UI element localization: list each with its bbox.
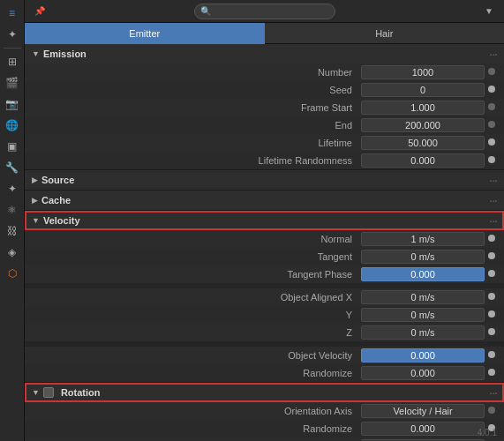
toolbar-icon-world[interactable]: 🌐 [3, 116, 22, 135]
section-dots-emission: ··· [489, 47, 497, 61]
toolbar-icon-material[interactable]: ⬡ [3, 264, 22, 283]
toolbar-icon-physics[interactable]: ⚛ [3, 200, 22, 220]
toolbar-icon-menu[interactable]: ≡ [3, 4, 22, 23]
prop-row-rotrandom: Randomize 0.000 [25, 420, 504, 437]
section-header-velocity[interactable]: ▼ Velocity ··· [25, 211, 504, 230]
section-emission: ▼ Emission ··· Number 1000 Seed 0 Frame … [25, 44, 504, 170]
prop-dot-objx [488, 293, 497, 302]
search-bar[interactable]: 🔍 [194, 4, 335, 19]
toolbar-icon-scene[interactable]: 📷 [3, 94, 22, 114]
prop-row-objx: Object Aligned X 0 m/s [25, 288, 504, 306]
section-rotation: ▼ Rotation ··· Orientation Axis Velocity… [25, 383, 504, 441]
section-title-velocity: Velocity [43, 215, 80, 226]
prop-dot-velrandom [488, 369, 497, 377]
prop-row-normal: Normal 1 m/s [25, 230, 504, 248]
prop-label-orientaxis: Orientation Axis [25, 406, 361, 416]
prop-dot-tangentphase [488, 270, 497, 279]
prop-dot-lifetime [488, 138, 497, 147]
top-bar: 📌 🔍 ▼ [25, 0, 504, 23]
prop-value-seed[interactable]: 0 [361, 83, 485, 97]
section-dots-rotation: ··· [489, 385, 497, 400]
prop-dot-objz [488, 328, 497, 337]
prop-label-end: End [25, 120, 361, 131]
pin-icon[interactable]: 📌 [30, 2, 49, 21]
prop-label-tangent: Tangent [25, 251, 361, 262]
section-header-rotation[interactable]: ▼ Rotation ··· [25, 383, 504, 402]
toolbar-icon-constraints[interactable]: ⛓ [3, 221, 22, 241]
section-title-emission: Emission [43, 49, 87, 59]
chevron-rotation: ▼ [32, 388, 40, 397]
prop-value-framestart[interactable]: 1.000 [361, 101, 485, 115]
prop-row-lifetime: Lifetime 50.000 [25, 134, 504, 152]
prop-row-objvel: Object Velocity 0.000 [25, 347, 504, 364]
prop-label-velrandom: Randomize [25, 368, 361, 378]
prop-label-objz: Z [25, 327, 361, 338]
prop-label-lifetimerandom: Lifetime Randomness [25, 155, 361, 166]
prop-row-number: Number 1000 [25, 64, 504, 81]
prop-value-objvel[interactable]: 0.000 [361, 348, 485, 363]
section-source: ▶ Source ··· [25, 170, 504, 191]
section-cache: ▶ Cache ··· [25, 191, 504, 211]
toolbar-icon-view[interactable]: ⊞ [3, 52, 22, 71]
toolbar-icon-render[interactable]: 🎬 [3, 73, 22, 93]
prop-label-tangentphase: Tangent Phase [25, 269, 361, 280]
tab-hair[interactable]: Hair [265, 23, 505, 44]
section-header-source[interactable]: ▶ Source ··· [25, 170, 504, 190]
search-input[interactable] [214, 6, 329, 16]
chevron-velocity: ▼ [32, 216, 40, 225]
prop-dot-orientaxis [488, 407, 497, 415]
prop-value-objx[interactable]: 0 m/s [361, 290, 485, 304]
prop-row-tangent: Tangent 0 m/s [25, 248, 504, 265]
prop-value-lifetimerandom[interactable]: 0.000 [361, 153, 485, 168]
prop-value-tangentphase[interactable]: 0.000 [361, 267, 485, 281]
prop-value-end[interactable]: 200.000 [361, 118, 485, 132]
chevron-cache: ▶ [32, 196, 38, 205]
prop-value-lifetime[interactable]: 50.000 [361, 136, 485, 150]
left-toolbar: ≡ ✦ ⊞ 🎬 📷 🌐 ▣ 🔧 ✦ ⚛ ⛓ ◈ ⬡ [0, 0, 25, 441]
toolbar-icon-object[interactable]: ▣ [3, 137, 22, 156]
prop-row-tangentphase: Tangent Phase 0.000 [25, 265, 504, 283]
section-header-cache[interactable]: ▶ Cache ··· [25, 191, 504, 210]
search-icon: 🔍 [200, 6, 211, 16]
prop-value-normal[interactable]: 1 m/s [361, 232, 485, 246]
version-label: 4.0.1 [478, 428, 497, 437]
prop-row-end: End 200.000 [25, 116, 504, 134]
prop-value-orientaxis[interactable]: Velocity / Hair [361, 404, 485, 418]
toolbar-icon-modifier[interactable]: 🔧 [3, 158, 22, 177]
prop-row-objz: Z 0 m/s [25, 324, 504, 341]
prop-dot-number [488, 68, 497, 77]
toolbar-icon-particles[interactable]: ✦ [3, 179, 22, 198]
prop-value-objy[interactable]: 0 m/s [361, 308, 485, 322]
prop-label-objy: Y [25, 310, 361, 320]
prop-label-lifetime: Lifetime [25, 138, 361, 148]
toolbar-separator-1 [4, 48, 21, 49]
prop-label-objvel: Object Velocity [25, 350, 361, 361]
prop-value-rotrandom[interactable]: 0.000 [361, 422, 485, 436]
section-title-cache: Cache [41, 195, 71, 206]
prop-value-number[interactable]: 1000 [361, 65, 485, 79]
prop-dot-seed [488, 86, 497, 94]
prop-dot-objvel [488, 351, 497, 360]
tabs-row: Emitter Hair [25, 23, 504, 44]
section-title-rotation: Rotation [61, 387, 101, 398]
prop-row-objy: Y 0 m/s [25, 306, 504, 324]
tab-emitter[interactable]: Emitter [25, 23, 265, 44]
prop-label-objx: Object Aligned X [25, 292, 361, 303]
prop-value-objz[interactable]: 0 m/s [361, 325, 485, 340]
prop-dot-lifetimerandom [488, 156, 497, 165]
section-header-emission[interactable]: ▼ Emission ··· [25, 44, 504, 64]
prop-dot-end [488, 121, 497, 130]
prop-value-velrandom[interactable]: 0.000 [361, 366, 485, 380]
toolbar-icon-star[interactable]: ✦ [3, 25, 22, 44]
prop-dot-objy [488, 310, 497, 319]
chevron-emission: ▼ [32, 49, 40, 58]
prop-value-tangent[interactable]: 0 m/s [361, 250, 485, 264]
prop-row-phase: Phase [25, 437, 504, 441]
top-bar-left: 📌 [30, 2, 49, 21]
prop-row-lifetimerandom: Lifetime Randomness 0.000 [25, 152, 504, 169]
toolbar-icon-data[interactable]: ◈ [3, 243, 22, 262]
rotation-checkbox[interactable] [43, 387, 54, 398]
section-dots-velocity: ··· [489, 213, 497, 228]
filter-icon[interactable]: ▼ [479, 2, 499, 21]
prop-row-orientaxis: Orientation Axis Velocity / Hair [25, 402, 504, 420]
